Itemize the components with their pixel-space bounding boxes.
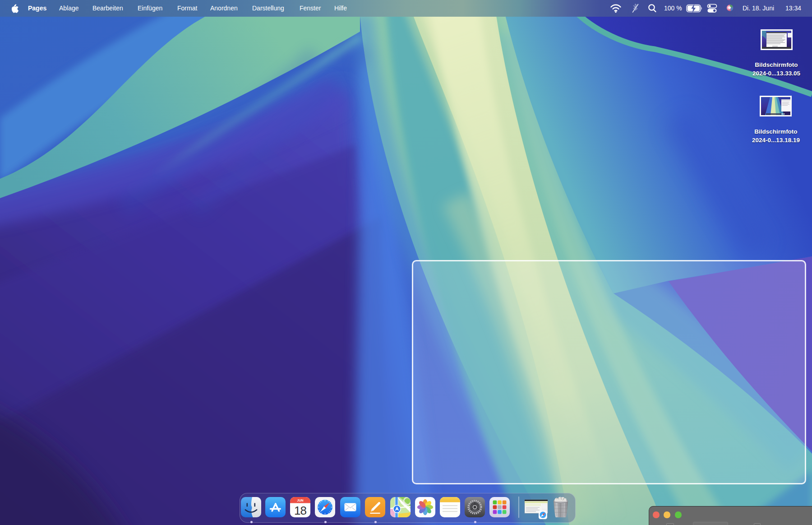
svg-text:18: 18 <box>294 504 306 517</box>
svg-text:JUN: JUN <box>297 499 303 502</box>
